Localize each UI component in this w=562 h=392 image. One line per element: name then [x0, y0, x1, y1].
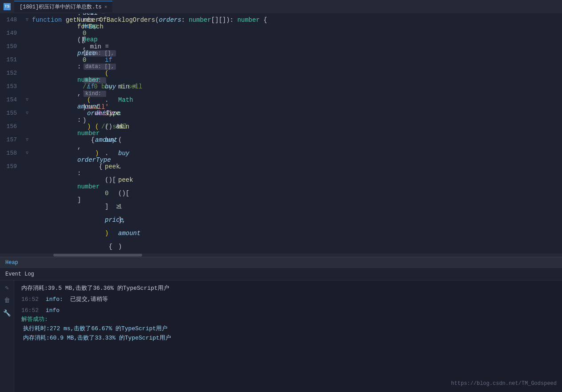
line-num-152: 152: [4, 67, 17, 80]
code-line-159: min = Math . min ( buy . peek ()[ 1 ], a…: [22, 160, 562, 173]
title-bar: TS [1801]积压订单中的订单总数.ts ×: [0, 0, 562, 13]
log-time-0: 16:52: [21, 296, 39, 303]
log-detail-1: 执行耗时:272 ms,击败了66.67% 的TypeScript用户: [21, 325, 167, 332]
editor-tab[interactable]: [1801]积压订单中的订单总数.ts ×: [14, 1, 112, 12]
fold-155[interactable]: ▽: [24, 110, 30, 116]
event-log-header: Event Log: [0, 268, 562, 280]
line-numbers: 148 149 150 151 152 153 154 155 156 157 …: [0, 13, 22, 253]
delete-icon[interactable]: 🗑: [4, 297, 10, 304]
bottom-tab-label: Heap: [5, 260, 18, 266]
file-icon: TS: [4, 3, 11, 10]
line-num-158: 158: [4, 147, 17, 160]
event-log-messages: 内存消耗:39.5 MB,击败了36.36% 的TypeScript用户 16:…: [14, 280, 562, 392]
bottom-link: https://blog.csdn.net/TM_Godspeed: [451, 380, 557, 387]
memory-warning-text: 内存消耗:39.5 MB,击败了36.36% 的TypeScript用户: [21, 285, 169, 292]
line-num-157: 157: [4, 133, 17, 147]
line-num-148: 148: [4, 13, 17, 27]
fold-154[interactable]: ▽: [24, 97, 30, 103]
log-entry-0: 16:52 info: 已提交,请稍等: [21, 295, 555, 304]
line-num-159: 159: [4, 160, 17, 173]
log-time-1: 16:52: [21, 307, 39, 314]
edit-icon[interactable]: ✎: [5, 284, 8, 292]
line-num-155: 155: [4, 107, 17, 120]
code-container: 148 149 150 151 152 153 154 155 156 157 …: [0, 13, 562, 253]
log-level-1: info: [46, 307, 60, 314]
fold-157[interactable]: ▽: [24, 137, 30, 143]
horizontal-scrollbar[interactable]: [0, 253, 562, 257]
scrollbar-thumb[interactable]: [53, 254, 142, 256]
line-num-150: 150: [4, 40, 17, 53]
line-num-156: 156: [4, 120, 17, 133]
event-log-title: Event Log: [5, 271, 34, 277]
close-tab-button[interactable]: ×: [104, 4, 108, 10]
log-detail-2: 内存消耗:60.9 MB,击败了33.33% 的TypeScript用户: [21, 335, 171, 341]
line-num-154: 154: [4, 93, 17, 107]
line-num-153: 153: [4, 80, 17, 93]
log-msg-0: 已提交,请稍等: [70, 296, 108, 303]
bottom-tab-heap[interactable]: Heap: [0, 257, 562, 268]
log-entry-1: 16:52 info 解答成功: 执行耗时:272 ms,击败了66.67% 的…: [21, 306, 555, 343]
line-num-149: 149: [4, 27, 17, 40]
code-lines: ▽ function getNumberOfBacklogOrders ( or…: [22, 13, 562, 253]
log-level-0: info:: [46, 296, 63, 303]
fold-158[interactable]: ▽: [24, 150, 30, 156]
event-log-sidebar: ✎ 🗑 🔧: [0, 280, 14, 392]
event-log-content: ✎ 🗑 🔧 内存消耗:39.5 MB,击败了36.36% 的TypeScript…: [0, 280, 562, 392]
event-log-panel: Event Log ✎ 🗑 🔧 内存消耗:39.5 MB,击败了36.36% 的…: [0, 268, 562, 392]
tab-filename: [1801]积压订单中的订单总数.ts: [20, 3, 102, 11]
fold-148[interactable]: ▽: [24, 17, 30, 23]
log-memory-warning: 内存消耗:39.5 MB,击败了36.36% 的TypeScript用户: [21, 284, 555, 293]
editor-area: 148 149 150 151 152 153 154 155 156 157 …: [0, 13, 562, 253]
line-num-151: 151: [4, 53, 17, 67]
settings-icon[interactable]: 🔧: [3, 309, 11, 317]
log-success-label: 解答成功:: [21, 316, 48, 323]
